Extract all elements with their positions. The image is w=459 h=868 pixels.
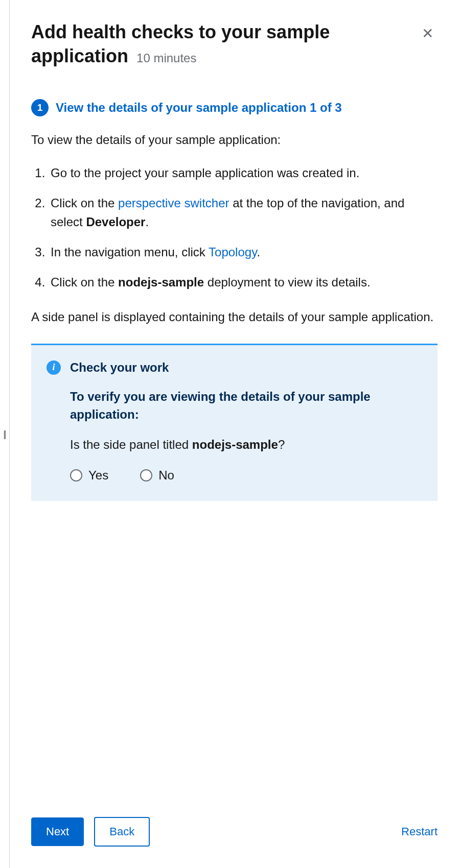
instruction-item: In the navigation menu, click Topology. [49, 243, 438, 261]
followup-text: A side panel is displayed containing the… [31, 307, 438, 326]
check-question: Is the side panel titled nodejs-sample? [70, 436, 422, 454]
info-icon: i [47, 360, 61, 375]
instruction-item: Click on the nodejs-sample deployment to… [49, 273, 438, 292]
instruction-item: Click on the perspective switcher at the… [49, 194, 438, 231]
close-button[interactable]: ✕ [418, 25, 438, 43]
step-count: 1 of 3 [310, 101, 342, 114]
instruction-list: Go to the project your sample applicatio… [31, 163, 438, 292]
radio-yes[interactable]: Yes [70, 468, 108, 483]
instruction-item: Go to the project your sample applicatio… [49, 163, 438, 182]
radio-icon [70, 469, 82, 481]
restart-button[interactable]: Restart [401, 818, 438, 846]
back-button[interactable]: Back [94, 817, 150, 847]
close-icon: ✕ [422, 26, 433, 41]
radio-icon [140, 469, 152, 481]
intro-text: To view the details of your sample appli… [31, 131, 438, 149]
duration-text: 10 minutes [136, 51, 196, 65]
page-title: Add health checks to your sample applica… [31, 20, 418, 68]
check-your-work-box: i Check your work To verify you are view… [31, 344, 438, 501]
step-title: View the details of your sample applicat… [56, 101, 342, 115]
check-description: To verify you are viewing the details of… [70, 388, 422, 424]
next-button[interactable]: Next [31, 817, 84, 846]
radio-no[interactable]: No [140, 468, 174, 483]
check-title: Check your work [70, 360, 169, 375]
radio-group: Yes No [70, 468, 422, 483]
quick-start-panel: Add health checks to your sample applica… [9, 0, 459, 868]
step-number-badge: 1 [31, 99, 49, 116]
footer: Next Back Restart [10, 817, 459, 868]
step-header: 1 View the details of your sample applic… [31, 99, 438, 116]
perspective-switcher-link[interactable]: perspective switcher [118, 196, 229, 210]
topology-link[interactable]: Topology [209, 245, 257, 259]
drawer-resize-handle[interactable]: || [0, 424, 8, 444]
